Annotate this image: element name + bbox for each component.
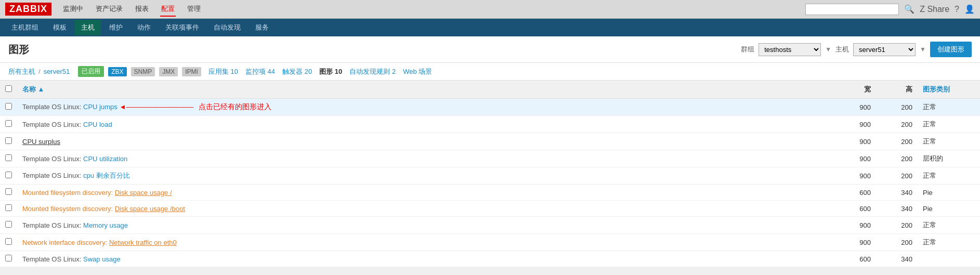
row-checkbox[interactable] — [5, 137, 12, 144]
filter-group-select[interactable]: testhosts — [759, 43, 821, 56]
sort-name-link[interactable]: 名称 ▲ — [22, 85, 44, 93]
page-content: 图形 群组 testhosts ▼ 主机 server51 ▼ 创建图形 所有主… — [0, 36, 980, 267]
search-icon[interactable]: 🔍 — [904, 4, 914, 14]
help-icon[interactable]: ? — [955, 5, 959, 14]
row-checkbox-cell — [0, 99, 17, 116]
secnav-services[interactable]: 服务 — [249, 20, 275, 35]
graph-name-link[interactable]: Memory usage — [83, 221, 128, 229]
filter-group-label: 群组 — [741, 45, 754, 54]
secnav-templates[interactable]: 模板 — [47, 20, 73, 35]
filter-host-select[interactable]: server51 — [853, 43, 916, 56]
row-checkbox-cell — [0, 251, 17, 267]
row-width: 900 — [834, 217, 876, 234]
table-body: Template OS Linux: CPU jumps ◄——————————… — [0, 99, 980, 267]
tab-graphs[interactable]: 图形 10 — [319, 67, 342, 76]
row-checkbox[interactable] — [5, 172, 12, 178]
breadcrumb-all-hosts[interactable]: 所有主机 — [8, 67, 35, 76]
secnav-hosts[interactable]: 主机 — [75, 20, 101, 35]
row-checkbox[interactable] — [5, 204, 12, 211]
nav-item-report[interactable]: 报表 — [134, 2, 150, 17]
tab-monitors[interactable]: 监控项 44 — [245, 67, 275, 76]
breadcrumb-host[interactable]: server51 — [44, 68, 70, 75]
row-name-cell: Template OS Linux: CPU jumps ◄——————————… — [17, 99, 834, 116]
graph-discovery-prefix: Network interface discovery: — [22, 239, 109, 246]
row-checkbox-cell — [0, 150, 17, 167]
row-type: 正常 — [918, 133, 980, 150]
row-height: 200 — [876, 150, 918, 167]
page-header-filters: 群组 testhosts ▼ 主机 server51 ▼ 创建图形 — [741, 42, 972, 57]
row-width: 900 — [834, 167, 876, 185]
col-checkbox — [0, 81, 17, 99]
row-checkbox[interactable] — [5, 255, 12, 261]
graph-name-link[interactable]: cpu 剩余百分比 — [83, 172, 130, 179]
sort-type-link[interactable]: 图形类别 — [923, 85, 950, 93]
breadcrumb-sep: / — [38, 68, 41, 75]
tab-jmx[interactable]: JMX — [159, 67, 178, 76]
graph-name-link[interactable]: CPU jumps — [83, 103, 117, 111]
graph-name-link[interactable]: CPU surplus — [22, 138, 60, 146]
secnav-maintenance[interactable]: 维护 — [103, 20, 129, 35]
row-width: 900 — [834, 150, 876, 167]
nav-item-admin[interactable]: 管理 — [186, 2, 202, 17]
graph-name-link[interactable]: Disk space usage /boot — [115, 205, 185, 213]
row-checkbox-cell — [0, 185, 17, 201]
row-height: 200 — [876, 234, 918, 251]
graph-name-link[interactable]: Swap usage — [83, 255, 121, 263]
table-row: Template OS Linux: Swap usage600340 — [0, 251, 980, 267]
tab-web-scenarios[interactable]: Web 场景 — [403, 67, 432, 76]
select-all-checkbox[interactable] — [5, 85, 12, 92]
row-name-cell: Template OS Linux: CPU utilization — [17, 150, 834, 167]
search-input[interactable] — [805, 4, 899, 15]
nav-item-config[interactable]: 配置 — [160, 2, 176, 17]
row-name-cell: Template OS Linux: Swap usage — [17, 251, 834, 267]
tab-zbx[interactable]: ZBX — [108, 67, 126, 76]
row-checkbox[interactable] — [5, 154, 12, 161]
row-width: 600 — [834, 251, 876, 267]
secnav-corr-events[interactable]: 关联项事件 — [159, 20, 205, 35]
create-graph-button[interactable]: 创建图形 — [930, 42, 972, 57]
graphs-table-wrap: 名称 ▲ 宽 高 图形类别 Template OS Linux: CPU jum… — [0, 81, 980, 267]
secnav-actions[interactable]: 动作 — [131, 20, 157, 35]
row-checkbox[interactable] — [5, 221, 12, 228]
nav-item-assets[interactable]: 资产记录 — [95, 2, 124, 17]
table-row: Mounted filesystem discovery: Disk space… — [0, 201, 980, 217]
row-name-cell: Template OS Linux: CPU load — [17, 116, 834, 133]
graph-name-link[interactable]: CPU load — [83, 121, 112, 128]
col-header-type[interactable]: 图形类别 — [918, 81, 980, 99]
tab-snmp[interactable]: SNMP — [131, 67, 155, 76]
tab-triggers[interactable]: 触发器 20 — [282, 67, 312, 76]
annotation-arrow: ◄—————————— — [117, 103, 193, 111]
row-checkbox[interactable] — [5, 120, 12, 127]
col-header-height: 高 — [876, 81, 918, 99]
row-name-cell: Template OS Linux: Memory usage — [17, 217, 834, 234]
filter-host-label: 主机 — [835, 45, 849, 54]
enabled-badge: 已启用 — [78, 66, 104, 77]
row-checkbox-cell — [0, 116, 17, 133]
row-height: 200 — [876, 99, 918, 116]
secnav-hostgroups[interactable]: 主机群组 — [5, 20, 45, 35]
row-checkbox[interactable] — [5, 103, 12, 110]
logo: ZABBIX — [5, 3, 51, 16]
row-height: 340 — [876, 185, 918, 201]
graph-name-link[interactable]: CPU utilization — [83, 155, 127, 163]
row-checkbox-cell — [0, 167, 17, 185]
graph-name-link[interactable]: Network traffic on eth0 — [109, 239, 177, 246]
user-icon[interactable]: 👤 — [964, 4, 975, 14]
col-header-name[interactable]: 名称 ▲ — [17, 81, 834, 99]
graph-name-link[interactable]: Disk space usage / — [115, 189, 172, 197]
share-icon[interactable]: Z Share — [920, 5, 949, 14]
row-type: 正常 — [918, 99, 980, 116]
graph-template-prefix: Template OS Linux: — [22, 172, 83, 179]
tab-discovery-rules[interactable]: 自动发现规则 2 — [349, 67, 396, 76]
nav-item-monitor[interactable]: 监测中 — [62, 2, 84, 17]
page-header: 图形 群组 testhosts ▼ 主机 server51 ▼ 创建图形 — [0, 36, 980, 63]
row-width: 600 — [834, 201, 876, 217]
graph-template-prefix: Template OS Linux: — [22, 121, 83, 128]
tab-ipmi[interactable]: IPMI — [182, 67, 201, 76]
row-checkbox[interactable] — [5, 238, 12, 245]
graph-template-prefix: Template OS Linux: — [22, 221, 83, 229]
tab-appsets[interactable]: 应用集 10 — [208, 67, 238, 76]
graph-discovery-prefix: Mounted filesystem discovery: — [22, 189, 115, 197]
secnav-discovery[interactable]: 自动发现 — [207, 20, 247, 35]
row-checkbox[interactable] — [5, 188, 12, 195]
